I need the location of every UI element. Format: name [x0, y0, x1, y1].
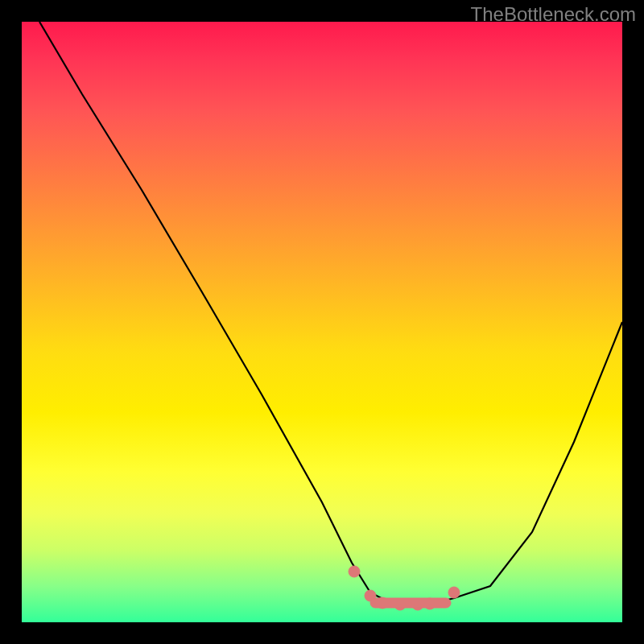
curve-svg [22, 22, 622, 622]
watermark-text: TheBottleneck.com [471, 3, 636, 26]
svg-point-3 [394, 599, 406, 610]
svg-point-4 [412, 599, 423, 610]
svg-point-2 [377, 597, 388, 609]
plot-area [22, 22, 622, 622]
svg-point-1 [365, 590, 376, 601]
svg-rect-7 [370, 598, 451, 608]
svg-point-5 [424, 598, 436, 609]
svg-point-0 [349, 566, 360, 577]
bottleneck-curve-line [39, 22, 622, 605]
svg-point-6 [448, 587, 460, 598]
chart-container: TheBottleneck.com [0, 0, 644, 644]
highlight-dots [349, 566, 460, 610]
